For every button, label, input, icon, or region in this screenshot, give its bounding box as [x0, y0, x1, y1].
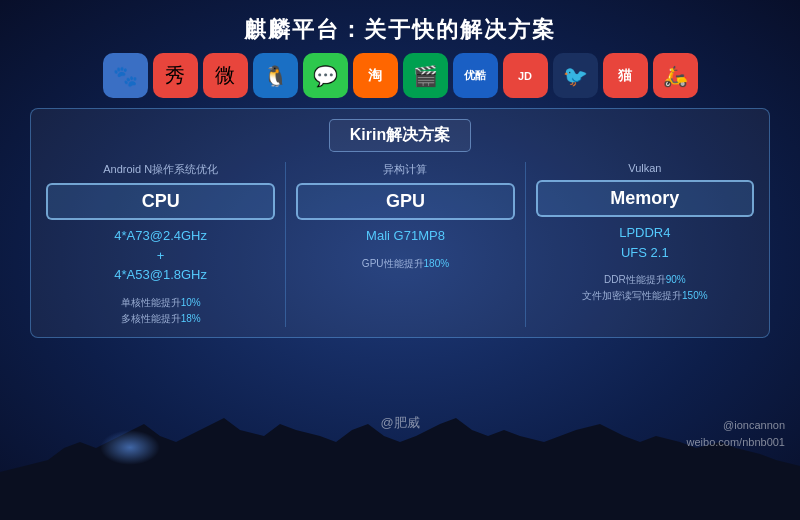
cpu-stat-highlight1: 10% — [181, 297, 201, 308]
three-columns: Android N操作系统优化 CPU 4*A73@2.4GHz+4*A53@1… — [46, 162, 754, 327]
memory-header-box: Memory — [536, 180, 754, 217]
app-icon-bird: 🐦 — [553, 53, 598, 98]
app-icons-row: 🐾 秀 微 🐧 💬 淘 🎬 优酷 JD 🐦 猫 🛵 — [20, 53, 780, 98]
gpu-stat-highlight1: 180% — [424, 258, 450, 269]
app-icon-weibo: 微 — [203, 53, 248, 98]
cpu-detail: 4*A73@2.4GHz+4*A53@1.8GHz — [114, 226, 207, 285]
gpu-stats: GPU性能提升180% — [362, 256, 449, 272]
app-icon-extra: 🛵 — [653, 53, 698, 98]
watermark-right-line2: weibo.com/nbnb001 — [687, 434, 785, 451]
cpu-header-box: CPU — [46, 183, 275, 220]
memory-label: Memory — [610, 188, 679, 208]
memory-column: Vulkan Memory LPDDR4UFS 2.1 DDR性能提升90% 文… — [525, 162, 754, 327]
solution-title: Kirin解决方案 — [329, 119, 471, 152]
app-icon-qq: 🐧 — [253, 53, 298, 98]
app-icon-xiu: 秀 — [153, 53, 198, 98]
gpu-column: 异构计算 GPU Mali G71MP8 GPU性能提升180% — [285, 162, 514, 327]
app-icon-tmall: 猫 — [603, 53, 648, 98]
cpu-label: CPU — [142, 191, 180, 211]
info-box: Kirin解决方案 Android N操作系统优化 CPU 4*A73@2.4G… — [30, 108, 770, 338]
gpu-subtitle: 异构计算 — [383, 162, 427, 177]
watermark-center: @肥威 — [380, 414, 419, 432]
page-title: 麒麟平台：关于快的解决方案 — [20, 15, 780, 45]
memory-subtitle: Vulkan — [628, 162, 661, 174]
memory-detail: LPDDR4UFS 2.1 — [619, 223, 670, 262]
cpu-subtitle: Android N操作系统优化 — [103, 162, 218, 177]
watermark-right-line1: @ioncannon — [687, 417, 785, 434]
app-icon-wechat: 💬 — [303, 53, 348, 98]
app-icon-baidu: 🐾 — [103, 53, 148, 98]
memory-stat-highlight1: 90% — [666, 274, 686, 285]
watermark-right: @ioncannon weibo.com/nbnb001 — [687, 417, 785, 450]
app-icon-taobao: 淘 — [353, 53, 398, 98]
gpu-label: GPU — [386, 191, 425, 211]
memory-stat-highlight2: 150% — [682, 290, 708, 301]
gpu-detail: Mali G71MP8 — [366, 226, 445, 246]
app-icon-youku: 优酷 — [453, 53, 498, 98]
cpu-stat-highlight2: 18% — [181, 313, 201, 324]
cpu-column: Android N操作系统优化 CPU 4*A73@2.4GHz+4*A53@1… — [46, 162, 275, 327]
memory-stats: DDR性能提升90% 文件加密读写性能提升150% — [582, 272, 708, 304]
gpu-header-box: GPU — [296, 183, 514, 220]
app-icon-iqiyi: 🎬 — [403, 53, 448, 98]
phone-glow — [100, 430, 160, 465]
cpu-stats: 单核性能提升10% 多核性能提升18% — [121, 295, 201, 327]
app-icon-jd: JD — [503, 53, 548, 98]
main-content: 麒麟平台：关于快的解决方案 🐾 秀 微 🐧 💬 淘 🎬 优酷 JD 🐦 猫 🛵 … — [0, 0, 800, 440]
